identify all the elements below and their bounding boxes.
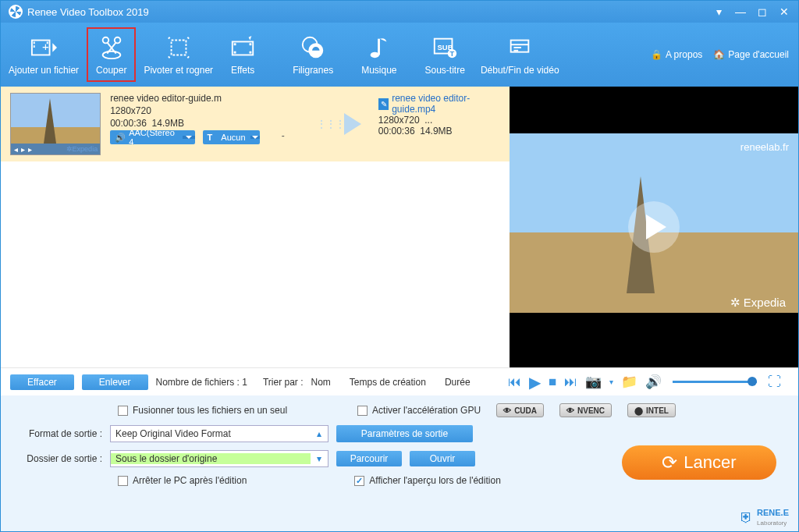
file-row[interactable]: ✲Expedia ◂▸▸ renee video editor-guide.m … <box>1 87 510 161</box>
snapshot-button[interactable]: 📷 <box>585 374 602 390</box>
tool-label: Sous-titre <box>425 65 465 76</box>
close-button[interactable]: ✕ <box>773 4 795 20</box>
sort-name[interactable]: Nom <box>311 377 330 388</box>
tool-label: Début/Fin de vidéo <box>481 65 559 76</box>
music-icon <box>365 34 393 62</box>
speaker-icon: 🔊 <box>115 133 126 143</box>
svg-rect-2 <box>34 45 35 48</box>
shield-icon: ⛨ <box>740 509 754 526</box>
music-button[interactable]: Musique <box>353 27 404 82</box>
sort-label: Trier par : <box>263 377 304 388</box>
dropdown-button[interactable]: ▾ <box>708 4 730 20</box>
merge-label: Fusionner tous les fichiers en un seul <box>133 405 287 416</box>
tool-label: Ajouter un fichier <box>9 65 79 76</box>
start-end-button[interactable]: Début/Fin de vidéo <box>473 27 567 82</box>
merge-checkbox[interactable] <box>118 406 128 416</box>
shutdown-label: Arrêter le PC après l'édition <box>133 475 247 486</box>
cut-icon <box>98 34 126 62</box>
params-button[interactable]: Paramètres de sortie <box>336 425 473 442</box>
playback-controls: ⏮ ▶ ■ ⏭ 📷 ▾ 📁 🔊 ⛶ <box>500 373 789 392</box>
settings-panel: Fusionner tous les fichiers en un seul A… <box>1 395 798 531</box>
svg-rect-24 <box>511 41 529 52</box>
tool-label: Musique <box>361 65 396 76</box>
gpu-label: Activer l'accélération GPU <box>372 405 481 416</box>
about-link[interactable]: 🔒A propos <box>651 49 702 60</box>
svg-rect-12 <box>234 51 236 54</box>
maximize-button[interactable]: ◻ <box>751 4 773 20</box>
snapshot-dropdown[interactable]: ▾ <box>609 378 613 386</box>
film-icon <box>229 34 257 62</box>
minimize-button[interactable]: — <box>730 4 751 20</box>
preview-brand: ✲ Expedia <box>730 296 786 310</box>
format-label: Format de sortie : <box>16 428 102 439</box>
preview-panel: reneelab.fr ✲ Expedia <box>510 87 798 367</box>
app-logo-icon <box>9 5 23 19</box>
home-icon: 🏠 <box>713 49 725 60</box>
volume-button[interactable]: 🔊 <box>645 374 662 390</box>
lock-icon: 🔒 <box>651 49 662 60</box>
svg-rect-9 <box>171 41 186 55</box>
format-combo[interactable]: Keep Original Video Format▴ <box>110 425 328 442</box>
volume-slider[interactable] <box>673 381 757 383</box>
folder-combo[interactable]: Sous le dossier d'origine▾ <box>110 450 328 467</box>
thumb-play-icon[interactable]: ▸ <box>21 145 25 154</box>
browse-button[interactable]: Parcourir <box>336 451 402 466</box>
chip-dash: - <box>268 130 299 144</box>
next-button[interactable]: ⏭ <box>564 374 577 390</box>
out-filename: renee video editor-guide.mp4 <box>392 93 500 115</box>
sort-time[interactable]: Temps de création <box>350 377 426 388</box>
chevron-up-icon: ▴ <box>311 428 328 439</box>
file-list: ✲Expedia ◂▸▸ renee video editor-guide.m … <box>1 87 510 367</box>
preview-label: Afficher l'aperçu lors de l'édition <box>369 475 500 486</box>
edit-icon[interactable]: ✎ <box>378 98 389 110</box>
main-toolbar: + Ajouter un fichier Couper Pivoter et r… <box>1 23 798 87</box>
out-duration: 00:00:36 <box>378 126 415 137</box>
watermark-icon <box>299 34 327 62</box>
cut-button[interactable]: Couper <box>87 27 136 82</box>
svg-rect-27 <box>514 50 519 51</box>
folder-label: Dossier de sortie : <box>16 453 102 464</box>
home-link[interactable]: 🏠Page d'accueil <box>713 49 789 60</box>
open-button[interactable]: Ouvrir <box>410 451 475 466</box>
shutdown-checkbox[interactable] <box>118 476 128 486</box>
remove-button[interactable]: Enlever <box>82 374 148 390</box>
rotate-crop-button[interactable]: Pivoter et rogner <box>136 27 221 82</box>
svg-rect-11 <box>234 43 236 45</box>
thumb-prev-icon[interactable]: ◂ <box>14 145 18 154</box>
preview-play-button[interactable] <box>628 201 680 253</box>
tool-label: Effets <box>231 65 254 76</box>
svg-rect-26 <box>514 47 521 48</box>
subtitle-chip[interactable]: T Aucun <box>203 130 260 144</box>
prev-button[interactable]: ⏮ <box>508 374 521 390</box>
svg-rect-14 <box>250 51 252 54</box>
folder-button[interactable]: 📁 <box>621 374 637 390</box>
tool-label: Couper <box>96 65 126 76</box>
tool-label: Pivoter et rogner <box>144 65 213 76</box>
in-duration: 00:00:36 <box>110 118 147 129</box>
stop-button[interactable]: ■ <box>549 374 556 390</box>
add-file-button[interactable]: + Ajouter un fichier <box>1 27 87 82</box>
clear-button[interactable]: Effacer <box>10 374 74 390</box>
startend-icon <box>506 34 534 62</box>
gpu-checkbox[interactable] <box>357 406 368 416</box>
audio-chip[interactable]: 🔊AAC(Stereo 4 <box>110 130 194 144</box>
play-button[interactable]: ▶ <box>529 373 541 392</box>
subtitle-button[interactable]: SUBT Sous-titre <box>417 27 473 82</box>
launch-button[interactable]: ⟳ Lancer <box>622 445 776 480</box>
cuda-badge: 👁 CUDA <box>496 403 544 417</box>
subtitle-icon: SUBT <box>431 34 459 62</box>
tool-label: Filigranes <box>293 65 333 76</box>
in-filename: renee video editor-guide.m <box>110 93 299 104</box>
nvenc-badge: 👁 NVENC <box>559 403 612 417</box>
svg-rect-1 <box>34 41 35 44</box>
brand-logo: ⛨ RENE.ELaboratory <box>740 508 789 527</box>
in-resolution: 1280x720 <box>110 105 299 116</box>
fullscreen-button[interactable]: ⛶ <box>768 374 781 390</box>
preview-checkbox[interactable] <box>354 476 364 486</box>
arrow-icon: ⋮⋮⋮ <box>308 93 369 155</box>
thumb-next-icon[interactable]: ▸ <box>28 145 32 154</box>
effects-button[interactable]: Effets <box>221 27 265 82</box>
sort-duration[interactable]: Durée <box>445 377 471 388</box>
video-thumbnail[interactable]: ✲Expedia ◂▸▸ <box>10 93 101 155</box>
watermark-button[interactable]: Filigranes <box>285 27 341 82</box>
